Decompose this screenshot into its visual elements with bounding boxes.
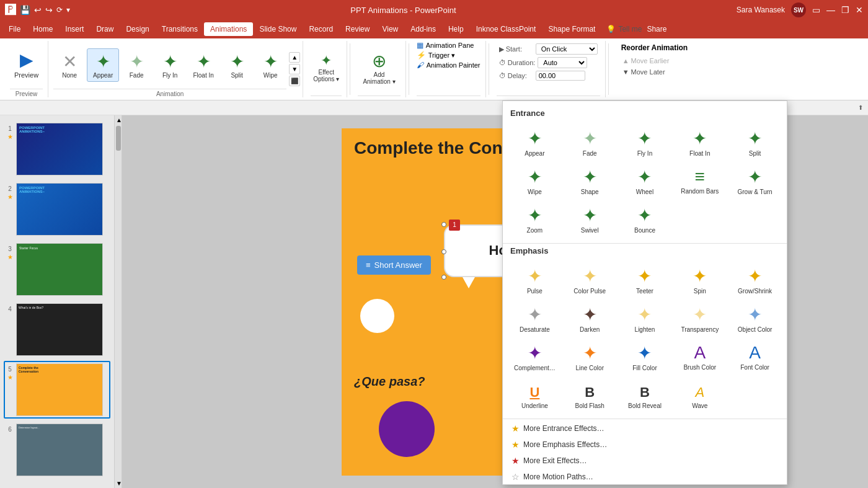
handle-bl[interactable] [441, 275, 446, 280]
more-exit-link[interactable]: ★ More Exit Effects… [503, 453, 787, 469]
more-emphasis-link[interactable]: ★ More Emphasis Effects… [503, 437, 787, 453]
dd-growturn[interactable]: ✦ Grow & Turn [728, 162, 782, 200]
dd-boldreveal[interactable]: B Bold Reveal [618, 377, 672, 414]
undo-icon[interactable]: ↩ [34, 5, 42, 15]
dd-underline[interactable]: U Underline [508, 377, 562, 414]
dd-appear[interactable]: ✦ Appear [508, 124, 562, 161]
customize-icon[interactable]: ▾ [66, 6, 70, 14]
slide-thumb-2[interactable]: 2 ★ POWERPOINTANIMATIONS~ [4, 180, 110, 238]
dd-wave[interactable]: A Wave [673, 377, 727, 414]
restore-icon[interactable]: ❐ [841, 5, 849, 15]
dd-split[interactable]: ✦ Split [728, 124, 782, 161]
anim-wipe[interactable]: ✦ Wipe [254, 48, 286, 82]
dd-complement[interactable]: ✦ Complement… [508, 339, 562, 376]
menu-draw[interactable]: Draw [90, 22, 120, 36]
scroll-thumb[interactable] [116, 126, 121, 151]
close-icon[interactable]: ✕ [856, 5, 863, 15]
animation-pane-button[interactable]: ▦ Animation Pane [417, 41, 474, 50]
share-button[interactable]: Share [647, 25, 666, 33]
add-animation-button[interactable]: ⊕ Add Animation ▾ [358, 48, 400, 87]
dd-lighten[interactable]: ✦ Lighten [618, 300, 672, 337]
menu-design[interactable]: Design [120, 22, 155, 36]
animation-painter-button[interactable]: 🖌 Animation Painter [417, 61, 480, 69]
slide-panel-scrollbar[interactable]: ▲ ▼ [115, 115, 122, 488]
more-entrance-link[interactable]: ★ More Entrance Effects… [503, 420, 787, 437]
dd-floatin[interactable]: ✦ Float In [673, 124, 727, 161]
dd-desaturate[interactable]: ✦ Desaturate [508, 300, 562, 337]
slide-thumb-6[interactable]: 6 Determine layout... [4, 421, 110, 479]
dd-zoom[interactable]: ✦ Zoom [508, 201, 562, 238]
dd-shape[interactable]: ✦ Shape [563, 162, 617, 200]
start-select[interactable]: On Click With Previous After Previous [536, 43, 598, 55]
dd-linecolor[interactable]: ✦ Line Color [563, 339, 617, 376]
menu-view[interactable]: View [376, 22, 404, 36]
menu-insert[interactable]: Insert [59, 22, 90, 36]
dd-fade[interactable]: ✦ Fade [563, 124, 617, 161]
slide-thumb-4[interactable]: 4 What's in de Box? [4, 301, 110, 358]
save-icon[interactable]: 💾 [20, 5, 30, 15]
anim-none[interactable]: ✕ None [53, 48, 86, 82]
user-avatar[interactable]: SW [791, 2, 806, 17]
slide-thumb-1[interactable]: 1 ★ POWERPOINTANIMATIONS~ [4, 120, 110, 178]
menu-file[interactable]: File [2, 22, 27, 36]
redo-icon[interactable]: ↪ [45, 5, 53, 15]
menu-animations[interactable]: Animations [204, 22, 253, 36]
preview-button[interactable]: ▶ Preview [10, 47, 43, 82]
menu-review[interactable]: Review [339, 22, 376, 36]
move-later-button[interactable]: ▼ Move Later [621, 67, 688, 77]
anim-split[interactable]: ✦ Split [221, 48, 253, 82]
duration-select[interactable]: Auto [538, 57, 587, 68]
dd-wheel[interactable]: ✦ Wheel [618, 162, 672, 200]
dd-transparency[interactable]: ✦ Transparency [673, 300, 727, 337]
trigger-button[interactable]: ⚡ Trigger ▾ [417, 51, 456, 60]
animation-pane-label: Animation Pane [426, 42, 474, 49]
collapse-button[interactable]: ⬆ [858, 104, 863, 111]
menu-help[interactable]: Help [442, 22, 470, 36]
anim-flyin[interactable]: ✦ Fly In [154, 48, 186, 82]
scroll-up-arrow[interactable]: ▲ [115, 115, 122, 125]
dd-flyin[interactable]: ✦ Fly In [618, 124, 672, 161]
menu-addins[interactable]: Add-ins [404, 22, 442, 36]
scroll-down-button[interactable]: ▼ [289, 64, 300, 74]
autosave-icon[interactable]: ⟳ [56, 6, 63, 14]
menu-inknoe[interactable]: Inknoe ClassPoint [470, 22, 542, 36]
slide-thumb-5[interactable]: 5 ★ Complete theConversation [4, 361, 110, 419]
minimize-icon[interactable]: — [826, 5, 835, 15]
anim-fade[interactable]: ✦ Fade [120, 48, 153, 82]
tell-me[interactable]: 💡 Tell me [606, 25, 642, 33]
scroll-up-button[interactable]: ▲ [289, 52, 300, 63]
slide-thumb-3[interactable]: 3 ★ Starter Focus [4, 241, 110, 298]
more-motion-link[interactable]: ☆ More Motion Paths… [503, 469, 787, 485]
dd-growshrink[interactable]: ✦ Grow/Shrink [728, 262, 782, 299]
menu-record[interactable]: Record [303, 22, 339, 36]
anim-appear[interactable]: ✦ Appear [87, 48, 119, 82]
dd-wipe[interactable]: ✦ Wipe [508, 162, 562, 200]
menu-slideshow[interactable]: Slide Show [253, 22, 303, 36]
handle-tl[interactable] [441, 222, 446, 227]
move-earlier-button[interactable]: ▲ Move Earlier [621, 56, 688, 66]
dd-boldflash[interactable]: B Bold Flash [563, 377, 617, 414]
menu-transitions[interactable]: Transitions [156, 22, 204, 36]
dd-bounce[interactable]: ✦ Bounce [618, 201, 672, 238]
menu-home[interactable]: Home [27, 22, 59, 36]
dd-fillcolor[interactable]: ✦ Fill Color [618, 339, 672, 376]
dd-colorpulse[interactable]: ✦ Color Pulse [563, 262, 617, 299]
dd-pulse[interactable]: ✦ Pulse [508, 262, 562, 299]
dd-darken[interactable]: ✦ Darken [563, 300, 617, 337]
dd-teeter[interactable]: ✦ Teeter [618, 262, 672, 299]
collapse-ribbon-icon[interactable]: ▭ [812, 5, 820, 15]
anim-floatin[interactable]: ✦ Float In [187, 48, 219, 82]
delay-input[interactable] [536, 71, 585, 81]
more-animations-button[interactable]: ⬛ [289, 76, 300, 86]
scroll-down-arrow[interactable]: ▼ [115, 479, 122, 488]
dd-fontcolor[interactable]: A Font Color [728, 339, 782, 376]
short-answer-button[interactable]: ≡ Short Answer [357, 255, 431, 275]
dd-objectcolor[interactable]: ✦ Object Color [728, 300, 782, 337]
dd-spin[interactable]: ✦ Spin [673, 262, 727, 299]
dd-swivel[interactable]: ✦ Swivel [563, 201, 617, 238]
handle-ml[interactable] [441, 249, 446, 254]
dd-brushcolor[interactable]: A Brush Color [673, 339, 727, 376]
menu-shapeformat[interactable]: Shape Format [542, 22, 601, 36]
effect-options-button[interactable]: ✦ Effect Options ▾ [311, 50, 342, 85]
dd-randombars[interactable]: ≡ Random Bars [673, 162, 727, 200]
